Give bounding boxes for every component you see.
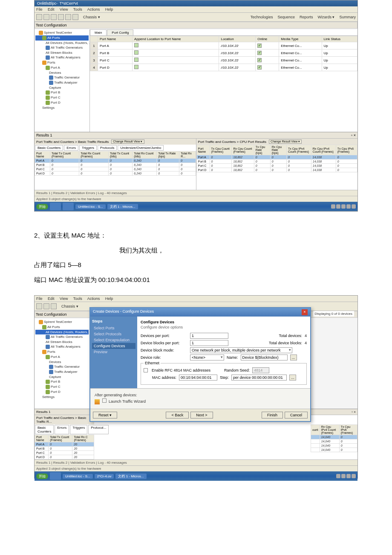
tray-icon[interactable] (331, 204, 335, 209)
devices-per-port-input[interactable]: 1 (190, 333, 228, 339)
table-row[interactable]: 14,0400 (311, 435, 357, 439)
table-row[interactable]: 14,0400 (311, 448, 357, 452)
tree-settings[interactable]: Settings (35, 105, 89, 110)
tree-traffic-ana[interactable]: All Traffic Analyzers (35, 344, 89, 349)
tree-capture[interactable]: Capture (35, 85, 89, 90)
reset-button[interactable]: Reset (93, 412, 117, 418)
tab-main[interactable]: Main (90, 29, 107, 35)
tree-ports[interactable]: Ports (35, 349, 89, 355)
tab-wizards[interactable]: Wizards (317, 15, 334, 19)
menu-tools[interactable]: Tools (73, 7, 82, 12)
table-row[interactable]: Port C0006,24000 (35, 167, 196, 171)
checkbox-icon[interactable] (134, 50, 138, 55)
menu-file[interactable]: File (36, 296, 43, 301)
menu-edit[interactable]: Edit (48, 296, 55, 301)
tray-icon[interactable] (346, 204, 351, 209)
table-row[interactable]: 14,0400 (311, 439, 357, 444)
bottom-tabs[interactable]: Results 1 | Results 2 | Validation Error… (35, 190, 357, 196)
paste-icon[interactable] (72, 14, 78, 20)
cut-icon[interactable] (58, 14, 64, 20)
table-row[interactable]: 3Port C//10.10X.22✓Ethernet Co...Up (90, 57, 357, 64)
bottom-tabs[interactable]: Results 1 | Results 2 | Validation Error… (35, 459, 357, 465)
tray-icon[interactable] (336, 204, 340, 209)
name-input[interactable]: Device $(BlockIndex) (241, 355, 288, 360)
taskbar-item[interactable] (63, 203, 74, 210)
results-pin-icon[interactable]: ▫ × (351, 133, 356, 137)
tray-icon[interactable] (352, 204, 356, 209)
tree-devices[interactable]: Devices (35, 360, 89, 364)
launch-wizard-checkbox[interactable] (102, 398, 107, 403)
subtab-errors[interactable]: Errors (64, 145, 78, 151)
table-row[interactable]: Port C020 (35, 451, 94, 455)
tree-port-a[interactable]: Port A (35, 65, 89, 70)
tree-traffic-gen[interactable]: All Traffic Generators (35, 334, 89, 340)
tree-root[interactable]: Spirent TestCenter (35, 320, 89, 325)
menu-tools[interactable]: Tools (73, 296, 82, 301)
menu-actions[interactable]: Actions (87, 296, 100, 301)
table-row[interactable]: Port B020 (35, 447, 94, 451)
checkbox-icon[interactable]: ✓ (257, 44, 262, 48)
table-row[interactable]: 1Port A//10.10X.22✓Ethernet Co...Up (90, 42, 357, 49)
checkbox-icon[interactable]: ✓ (257, 58, 262, 62)
tree-port-d[interactable]: Port D (35, 389, 89, 395)
chassis-dropdown[interactable]: Chassis (83, 15, 100, 19)
tree-traffic-gen[interactable]: All Traffic Generators (35, 45, 89, 50)
next-button[interactable]: Next > (190, 412, 213, 418)
tree-port-b[interactable]: Port B (35, 379, 89, 384)
tray-icon[interactable] (352, 474, 356, 478)
tree-port-b[interactable]: Port B (35, 90, 89, 95)
tab-reports[interactable]: Reports (300, 15, 313, 19)
step-select-ports[interactable]: Select Ports (92, 325, 135, 331)
tree-port-d[interactable]: Port D (35, 100, 89, 105)
tree-all-ports[interactable]: All Ports (35, 325, 89, 330)
menu-actions[interactable]: Actions (87, 7, 100, 12)
table-row[interactable]: Port B0006,24000 (35, 163, 196, 167)
browse-button[interactable]: ... (290, 355, 297, 360)
checkbox-icon[interactable]: ✓ (257, 51, 262, 55)
table-row[interactable]: Port A020 (35, 442, 94, 447)
blocks-per-port-input[interactable]: 1 (190, 340, 228, 346)
save-icon[interactable] (51, 14, 57, 20)
tree-all-devices[interactable]: All Devices (Hosts, Routers, ...) (35, 330, 89, 334)
change-view-button[interactable]: Change Result View (269, 139, 302, 144)
tab-port-config[interactable]: Port Config (107, 29, 133, 35)
table-row[interactable]: 4Port D//10.10X.22✓Ethernet Co...Up (90, 64, 357, 71)
tree-capture[interactable]: Capture (35, 375, 89, 379)
start-button[interactable]: 开始 (36, 204, 48, 209)
table-row[interactable]: Port C018,86200014,0380 (196, 164, 357, 168)
tree-stream-blocks[interactable]: All Stream Blocks (35, 50, 89, 55)
taskbar-item[interactable]: Untitled.tcc - S... (75, 204, 106, 209)
taskbar-item[interactable]: Untitled.tcc - S... (63, 474, 93, 479)
tree-all-ports[interactable]: All Ports (35, 35, 89, 41)
menu-help[interactable]: Help (105, 296, 113, 301)
menu-help[interactable]: Help (105, 7, 113, 12)
tray-icon[interactable] (336, 474, 340, 478)
tree-tana[interactable]: Traffic Analyzer (35, 369, 89, 375)
close-icon[interactable]: × (302, 309, 308, 315)
tree-ports[interactable]: Ports (35, 60, 89, 65)
tree-port-c[interactable]: Port C (35, 95, 89, 100)
tree-tana[interactable]: Traffic Analyzer (35, 80, 89, 85)
results-pin-icon[interactable]: ▫ × (352, 410, 356, 414)
tree-tgen[interactable]: Traffic Generator (35, 364, 89, 369)
chassis-dropdown[interactable]: Chassis (61, 304, 78, 308)
tree-traffic-ana[interactable]: All Traffic Analyzers (35, 55, 89, 60)
step-configure-devices[interactable]: Configure Devices (92, 343, 135, 349)
finish-button[interactable]: Finish (262, 412, 283, 418)
taskbar-item[interactable]: 文档 1 - Micros... (107, 204, 138, 209)
taskbar-item[interactable] (50, 472, 61, 480)
table-row[interactable]: Port A018,86200014,0380 (196, 155, 357, 160)
table-row[interactable]: Port D020 (35, 455, 94, 459)
copy-icon[interactable] (65, 14, 71, 20)
subtab-errors[interactable]: Errors (55, 425, 69, 434)
start-button[interactable]: 开始 (36, 474, 48, 479)
checkbox-icon[interactable] (134, 65, 138, 69)
tree-settings[interactable]: Settings (35, 395, 89, 399)
subtab-basic[interactable]: Basic Counters (35, 425, 54, 434)
table-row[interactable]: Port B018,86200014,0380 (196, 160, 357, 164)
table-row[interactable]: Port D018,86200014,0380 (196, 168, 357, 172)
checkbox-icon[interactable] (134, 43, 138, 47)
step-select-protocols[interactable]: Select Protocols (92, 331, 135, 337)
table-row[interactable]: Port A0006,24000 (35, 159, 196, 163)
taskbar-item[interactable] (50, 203, 61, 210)
